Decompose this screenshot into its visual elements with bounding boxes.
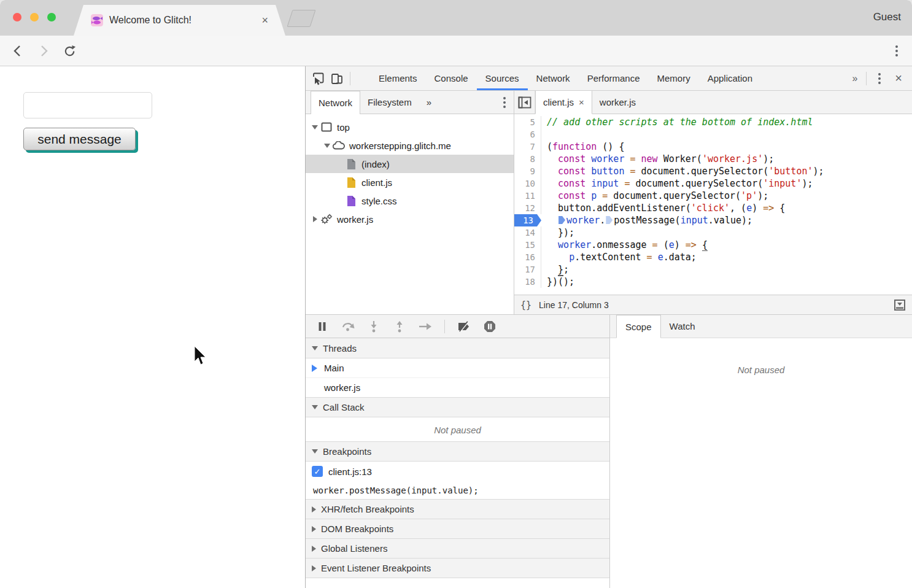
forward-icon[interactable] <box>36 43 52 59</box>
code-line-17[interactable]: 17 }; <box>514 263 912 276</box>
browser-tab[interactable]: Welcome to Glitch! × <box>74 5 285 36</box>
tree-item-workerstepping-glitch-me[interactable]: workerstepping.glitch.me <box>306 136 514 155</box>
close-editor-tab-icon[interactable]: × <box>579 97 584 107</box>
gutter-line-number[interactable]: 16 <box>514 251 541 263</box>
tab-sources[interactable]: Sources <box>477 66 528 90</box>
profile-label[interactable]: Guest <box>873 11 901 23</box>
breakpoints-section-header[interactable]: Breakpoints <box>306 441 609 462</box>
deactivate-breakpoints-icon[interactable] <box>454 318 474 335</box>
call-stack-section-header[interactable]: Call Stack <box>306 397 609 417</box>
navigator-tab-network[interactable]: Network <box>311 91 360 114</box>
section-header-global-listeners[interactable]: Global Listeners <box>306 538 609 559</box>
step-into-icon[interactable] <box>363 318 384 335</box>
code-line-13[interactable]: 13 worker.postMessage(input.value); <box>514 214 912 226</box>
tab-memory[interactable]: Memory <box>649 66 699 90</box>
send-message-button[interactable]: send message <box>23 128 136 150</box>
gutter-line-number[interactable]: 17 <box>514 263 541 276</box>
show-drawer-icon[interactable] <box>894 299 906 311</box>
gutter-line-number[interactable]: 10 <box>514 177 541 190</box>
inline-breakpoint-icon[interactable] <box>558 216 565 224</box>
gutter-line-number[interactable]: 14 <box>514 226 541 239</box>
gutter-line-number[interactable]: 15 <box>514 239 541 251</box>
editor-tab-worker-js[interactable]: worker.js <box>592 91 643 114</box>
close-window-button[interactable] <box>13 13 21 21</box>
more-tabs-icon[interactable]: » <box>847 73 862 84</box>
code-line-14[interactable]: 14 }); <box>514 226 912 239</box>
tree-item-worker-js[interactable]: worker.js <box>306 210 514 228</box>
inline-breakpoint-candidate-icon[interactable] <box>606 216 613 224</box>
code-line-8[interactable]: 8 const worker = new Worker('worker.js')… <box>514 153 912 165</box>
tree-item-client-js[interactable]: client.js <box>306 173 514 191</box>
tab-scope[interactable]: Scope <box>616 315 661 338</box>
zoom-window-button[interactable] <box>47 13 56 21</box>
message-input[interactable] <box>23 92 152 118</box>
tab-console[interactable]: Console <box>426 66 477 90</box>
new-tab-button[interactable] <box>287 10 315 27</box>
inspect-element-icon[interactable] <box>309 70 328 87</box>
debugger-controls <box>306 315 609 338</box>
tab-elements[interactable]: Elements <box>370 66 426 90</box>
threads-section-header[interactable]: Threads <box>306 338 609 358</box>
back-icon[interactable] <box>10 43 26 59</box>
tab-performance[interactable]: Performance <box>579 66 649 90</box>
code-line-content: const button = document.querySelector('b… <box>541 165 824 177</box>
navigator-menu-icon[interactable] <box>495 94 514 111</box>
minimize-window-button[interactable] <box>30 13 39 21</box>
section-header-event-listener-breakpoints[interactable]: Event Listener Breakpoints <box>306 558 609 578</box>
section-header-dom-breakpoints[interactable]: DOM Breakpoints <box>306 519 609 539</box>
gutter-line-number[interactable]: 7 <box>514 141 541 153</box>
tree-item-index[interactable]: (index) <box>306 155 514 173</box>
code-line-5[interactable]: 5// add other scripts at the bottom of i… <box>514 116 912 128</box>
gutter-line-number[interactable]: 12 <box>514 202 541 214</box>
tab-application[interactable]: Application <box>699 66 761 90</box>
code-line-10[interactable]: 10 const input = document.querySelector(… <box>514 177 912 190</box>
tab-close-icon[interactable]: × <box>261 14 268 27</box>
gutter-line-number[interactable]: 18 <box>514 276 541 288</box>
pretty-print-icon[interactable]: {} <box>520 300 531 311</box>
tree-item-style-css[interactable]: style.css <box>306 191 514 210</box>
navigator-tab-filesystem[interactable]: Filesystem <box>360 91 419 114</box>
collapsed-arrow-icon[interactable] <box>311 216 319 222</box>
code-line-9[interactable]: 9 const button = document.querySelector(… <box>514 165 912 177</box>
gutter-line-number[interactable]: 8 <box>514 153 541 165</box>
devtools-close-icon[interactable]: × <box>889 71 908 85</box>
pause-script-icon[interactable] <box>312 318 333 335</box>
devtools-menu-icon[interactable] <box>870 70 889 87</box>
toolbar-separator-2 <box>866 72 867 85</box>
hide-navigator-icon[interactable] <box>514 91 535 114</box>
breakpoint-checkbox[interactable]: ✓ <box>312 466 323 477</box>
code-line-6[interactable]: 6 <box>514 128 912 141</box>
breakpoint-code-snippet[interactable]: worker.postMessage(input.value); <box>306 481 609 500</box>
step-over-icon[interactable] <box>338 318 358 335</box>
browser-menu-icon[interactable] <box>889 43 905 59</box>
code-line-content: const p = document.querySelector('p'); <box>541 190 768 202</box>
gutter-line-number[interactable]: 9 <box>514 165 541 177</box>
code-line-11[interactable]: 11 const p = document.querySelector('p')… <box>514 190 912 202</box>
section-header-xhr-fetch-breakpoints[interactable]: XHR/fetch Breakpoints <box>306 499 609 519</box>
code-line-7[interactable]: 7(function () { <box>514 141 912 153</box>
tab-watch[interactable]: Watch <box>661 315 704 338</box>
thread-worker-js[interactable]: worker.js <box>306 378 609 398</box>
device-toolbar-icon[interactable] <box>328 70 346 87</box>
step-out-icon[interactable] <box>389 318 410 335</box>
thread-main[interactable]: Main <box>306 358 609 378</box>
tab-network[interactable]: Network <box>528 66 579 90</box>
code-line-16[interactable]: 16 p.textContent = e.data; <box>514 251 912 263</box>
reload-icon[interactable] <box>61 43 77 59</box>
code-line-15[interactable]: 15 worker.onmessage = (e) => { <box>514 239 912 251</box>
editor-tab-client-js[interactable]: client.js× <box>535 91 592 114</box>
tree-item-top[interactable]: top <box>306 118 514 136</box>
gutter-line-number[interactable]: 6 <box>514 128 541 141</box>
code-line-12[interactable]: 12 button.addEventListener('click', (e) … <box>514 202 912 214</box>
step-icon[interactable] <box>415 318 436 335</box>
pause-on-exceptions-icon[interactable] <box>479 318 500 335</box>
expanded-arrow-icon[interactable] <box>323 144 331 148</box>
breakpoint-marker[interactable]: 13 <box>514 214 541 226</box>
navigator-more-tabs-icon[interactable]: » <box>419 91 439 114</box>
breakpoint-entry[interactable]: ✓client.js:13 <box>306 462 609 481</box>
code-editor[interactable]: 5// add other scripts at the bottom of i… <box>514 114 912 295</box>
gutter-line-number[interactable]: 5 <box>514 116 541 128</box>
gutter-line-number[interactable]: 11 <box>514 190 541 202</box>
expanded-arrow-icon[interactable] <box>311 125 319 130</box>
code-line-18[interactable]: 18})(); <box>514 276 912 288</box>
